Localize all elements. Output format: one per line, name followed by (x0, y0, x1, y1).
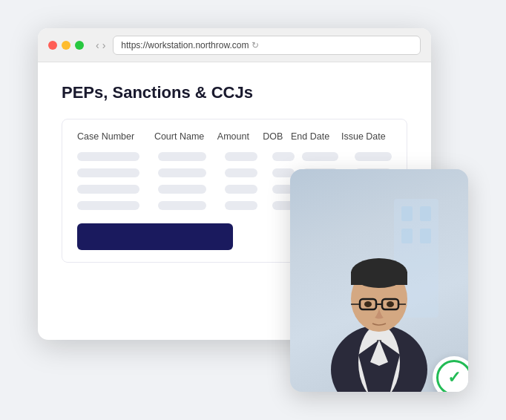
person-card: ✓ (290, 169, 468, 392)
col-header-dob: DOB (263, 131, 291, 142)
svg-rect-4 (420, 229, 431, 243)
skeleton-cell (302, 152, 339, 161)
skeleton-cell (158, 201, 206, 210)
action-button[interactable] (77, 223, 233, 250)
svg-rect-1 (401, 206, 413, 221)
page-title: PEPs, Sanctions & CCJs (62, 83, 407, 102)
nav-arrows: ‹ › (96, 39, 105, 51)
col-header-case-number: Case Number (77, 131, 154, 142)
col-header-end-date: End Date (291, 131, 341, 142)
skeleton-cell (225, 201, 258, 210)
skeleton-cell (158, 168, 206, 177)
svg-rect-2 (420, 206, 431, 221)
close-dot[interactable] (48, 41, 57, 50)
check-circle: ✓ (436, 360, 468, 392)
table-header: Case Number Court Name Amount DOB End Da… (77, 131, 392, 142)
skeleton-cell (158, 185, 206, 194)
col-header-issue-date: Issue Date (341, 131, 392, 142)
skeleton-cell (77, 152, 139, 161)
scene: ‹ › https://workstation.northrow.com ↻ P… (38, 28, 468, 392)
refresh-icon[interactable]: ↻ (252, 40, 259, 50)
skeleton-cell (77, 185, 139, 194)
url-text: https://workstation.northrow.com (121, 40, 249, 50)
browser-chrome: ‹ › https://workstation.northrow.com ↻ (38, 28, 431, 62)
maximize-dot[interactable] (75, 41, 84, 50)
skeleton-cell (77, 201, 139, 210)
address-bar[interactable]: https://workstation.northrow.com ↻ (113, 36, 421, 55)
checkmark-icon: ✓ (447, 370, 461, 386)
skeleton-cell (158, 152, 206, 161)
traffic-lights (48, 41, 84, 50)
skeleton-cell (225, 185, 258, 194)
table-row (77, 152, 392, 161)
skeleton-cell (355, 152, 392, 161)
svg-point-15 (364, 301, 372, 307)
skeleton-cell (77, 168, 139, 177)
svg-rect-9 (351, 272, 407, 285)
skeleton-cell (225, 168, 258, 177)
svg-rect-3 (401, 229, 413, 243)
forward-arrow-icon[interactable]: › (102, 39, 106, 51)
minimize-dot[interactable] (62, 41, 70, 50)
col-header-court-name: Court Name (154, 131, 217, 142)
skeleton-cell (272, 152, 295, 161)
col-header-amount: Amount (217, 131, 263, 142)
person-silhouette (305, 184, 453, 392)
svg-point-16 (387, 301, 394, 307)
person-image (290, 169, 468, 392)
back-arrow-icon[interactable]: ‹ (96, 39, 99, 51)
skeleton-cell (225, 152, 258, 161)
